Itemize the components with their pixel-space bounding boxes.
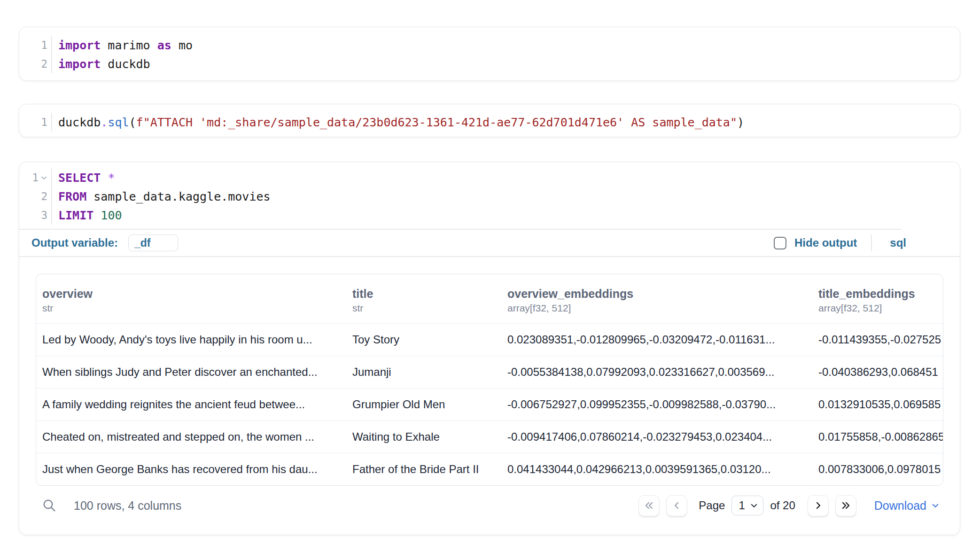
table-cell: A family wedding reignites the ancient f… xyxy=(36,398,346,411)
code-token: import xyxy=(58,39,101,52)
code-token: sample_data.kaggle.movies xyxy=(86,190,270,203)
line-number: 2 xyxy=(19,54,51,73)
column-name: title_embeddings xyxy=(818,286,943,301)
table-cell: When siblings Judy and Peter discover an… xyxy=(36,366,346,379)
page-select[interactable]: 1 xyxy=(731,496,763,515)
output-variable-label: Output variable: xyxy=(31,236,118,249)
column-dtype: array[f32, 512] xyxy=(507,301,812,315)
line-number: 3 xyxy=(19,206,51,225)
column-header[interactable]: overview_embeddingsarray[f32, 512] xyxy=(501,286,812,315)
table-cell: Father of the Bride Part II xyxy=(346,463,501,476)
code-token: ( xyxy=(129,116,136,129)
code-token: sql xyxy=(108,116,129,129)
column-header[interactable]: title_embeddingsarray[f32, 512] xyxy=(812,286,943,315)
output-variable-input[interactable] xyxy=(128,234,178,251)
code-line[interactable]: 3LIMIT 100 xyxy=(19,206,960,225)
table-row[interactable]: Led by Woody, Andy's toys live happily i… xyxy=(36,323,943,356)
table-cell: 0.0132910535,0.069585 xyxy=(812,398,943,411)
code-token: LIMIT xyxy=(58,209,93,222)
code-line[interactable]: 1SELECT * xyxy=(19,168,960,187)
code-text: duckdb.sql(f"ATTACH 'md:_share/sample_da… xyxy=(51,113,960,132)
fold-chevron-icon[interactable] xyxy=(40,174,47,181)
column-name: overview xyxy=(42,286,346,301)
code-token: import xyxy=(58,57,101,71)
table-row[interactable]: Just when George Banks has recovered fro… xyxy=(36,453,943,485)
column-dtype: str xyxy=(352,301,501,315)
chevron-down-icon xyxy=(750,501,758,510)
chevron-down-icon xyxy=(931,501,940,510)
sql-cell[interactable]: 1SELECT *2FROM sample_data.kaggle.movies… xyxy=(19,162,960,535)
column-name: overview_embeddings xyxy=(507,286,812,301)
code-line[interactable]: 2import duckdb xyxy=(19,54,960,73)
code-editor[interactable]: 1import marimo as mo2import duckdb xyxy=(19,27,960,82)
column-dtype: str xyxy=(42,301,346,315)
hide-output-checkbox[interactable] xyxy=(774,237,786,249)
table-cell: Grumpier Old Men xyxy=(346,398,501,411)
code-token: duckdb xyxy=(101,57,150,71)
table-cell: -0.009417406,0.07860214,-0.023279453,0.0… xyxy=(501,430,812,443)
hide-output-label[interactable]: Hide output xyxy=(794,236,857,249)
table-row[interactable]: Cheated on, mistreated and stepped on, t… xyxy=(36,420,943,453)
code-token: SELECT xyxy=(58,171,101,185)
code-token: FROM xyxy=(58,190,86,203)
code-cell-imports[interactable]: 1import marimo as mo2import duckdb xyxy=(19,27,960,81)
code-token: duckdb xyxy=(58,116,101,129)
code-text: import marimo as mo xyxy=(51,36,960,54)
code-text: SELECT * xyxy=(51,168,960,187)
table-cell: -0.006752927,0.099952355,-0.009982588,-0… xyxy=(501,398,812,411)
code-line[interactable]: 2FROM sample_data.kaggle.movies xyxy=(19,187,960,206)
code-text: import duckdb xyxy=(51,54,960,73)
table-cell: 0.023089351,-0.012809965,-0.03209472,-0.… xyxy=(501,333,812,346)
next-page-button[interactable] xyxy=(808,495,829,516)
code-cell-attach[interactable]: 1duckdb.sql(f"ATTACH 'md:_share/sample_d… xyxy=(19,104,960,137)
line-number: 2 xyxy=(19,187,51,206)
code-token: as xyxy=(157,39,171,52)
column-name: title xyxy=(352,286,501,301)
code-token: . xyxy=(101,116,108,129)
table-row[interactable]: A family wedding reignites the ancient f… xyxy=(36,388,943,420)
search-icon[interactable] xyxy=(42,498,56,513)
table-row[interactable]: When siblings Judy and Peter discover an… xyxy=(36,356,943,388)
table-footer: 100 rows, 4 columns Page 1 of 20 xyxy=(36,492,943,519)
row-count-summary: 100 rows, 4 columns xyxy=(74,499,181,513)
table-cell: 0.041433044,0.042966213,0.0039591365,0.0… xyxy=(501,463,812,476)
table-cell: Toy Story xyxy=(346,333,501,346)
line-number: 1 xyxy=(19,113,51,132)
last-page-button[interactable] xyxy=(835,495,856,516)
first-page-button[interactable] xyxy=(638,495,660,516)
code-token: ) xyxy=(737,116,744,129)
code-line[interactable]: 1duckdb.sql(f"ATTACH 'md:_share/sample_d… xyxy=(19,113,960,132)
column-header[interactable]: titlestr xyxy=(346,286,501,315)
table-cell: 0.007833006,0.0978015 xyxy=(812,463,943,476)
code-token xyxy=(93,209,101,222)
pagination: Page 1 of 20 Download xyxy=(638,495,941,516)
code-line[interactable]: 1import marimo as mo xyxy=(19,36,960,54)
table-cell: Jumanji xyxy=(346,366,501,379)
line-number: 1 xyxy=(19,168,51,187)
sql-editor[interactable]: 1SELECT *2FROM sample_data.kaggle.movies… xyxy=(19,162,960,229)
code-text: FROM sample_data.kaggle.movies xyxy=(51,187,960,206)
download-label: Download xyxy=(874,499,926,513)
table-cell: -0.0055384138,0.07992093,0.023316627,0.0… xyxy=(501,366,812,379)
divider xyxy=(871,234,872,251)
column-dtype: array[f32, 512] xyxy=(818,301,943,315)
code-token: mo xyxy=(171,39,193,52)
table-header-row: overviewstrtitlestroverview_embeddingsar… xyxy=(36,274,943,323)
code-token: marimo xyxy=(101,39,157,52)
table-cell: -0.011439355,-0.027525 xyxy=(812,333,943,346)
column-header[interactable]: overviewstr xyxy=(36,286,346,315)
table-cell: 0.01755858,-0.00862865 xyxy=(812,430,943,443)
code-text: LIMIT 100 xyxy=(51,206,960,225)
prev-page-button[interactable] xyxy=(666,495,687,516)
table-cell: Led by Woody, Andy's toys live happily i… xyxy=(36,333,346,346)
table-cell: Just when George Banks has recovered fro… xyxy=(36,463,346,476)
page-total-label: of 20 xyxy=(770,499,795,512)
table-cell: Waiting to Exhale xyxy=(346,430,501,443)
language-select[interactable]: sql xyxy=(890,236,906,249)
line-number: 1 xyxy=(19,36,51,54)
download-button[interactable]: Download xyxy=(874,499,940,513)
code-token: f"ATTACH 'md:_share/sample_data/23b0d623… xyxy=(136,116,737,129)
table-cell: -0.040386293,0.068451 xyxy=(812,366,943,379)
code-editor[interactable]: 1duckdb.sql(f"ATTACH 'md:_share/sample_d… xyxy=(19,104,960,140)
dataframe-table: overviewstrtitlestroverview_embeddingsar… xyxy=(36,274,943,486)
